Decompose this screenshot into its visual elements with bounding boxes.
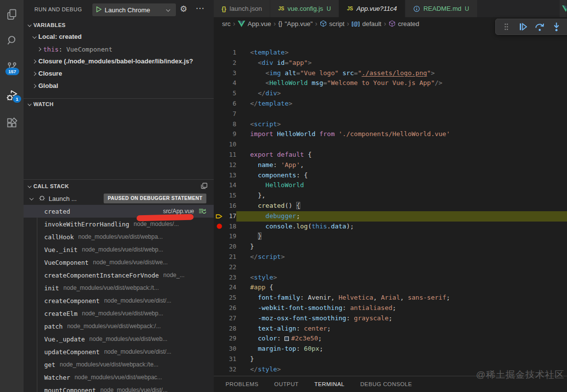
code-line-21[interactable]: 21</script> (214, 252, 567, 262)
breadcrumb-default[interactable]: [@]default (352, 20, 381, 28)
glyph-margin (214, 293, 225, 303)
line-number: 14 (225, 180, 236, 191)
code-line-2[interactable]: 2 <div id="app"> (214, 58, 567, 68)
code-line-15[interactable]: 15 }, (214, 191, 567, 201)
code-line-31[interactable]: 31} (214, 354, 567, 364)
step-over-icon[interactable] (534, 22, 545, 32)
code-line-8[interactable]: 8<script> (214, 119, 567, 130)
frame-name: created (44, 208, 70, 215)
stack-frame-patch[interactable]: patchnode_modules/vue/dist/webpack:/... (24, 320, 214, 333)
code-line-12[interactable]: 12 name: 'App', (214, 160, 567, 170)
frame-file: node_modules/vue/dist/webp... (82, 310, 163, 317)
chevron-down-icon (31, 33, 38, 40)
code-line-13[interactable]: 13 components: { (214, 170, 567, 181)
code-line-28[interactable]: 28 text-align: center; (214, 324, 567, 334)
breadcrumb-script[interactable]: script (320, 20, 344, 28)
code-line-25[interactable]: 25 font-family: Avenir, Helvetica, Arial… (214, 293, 567, 303)
modified-indicator: U (465, 5, 469, 12)
activity-search[interactable] (0, 29, 24, 53)
code-line-29[interactable]: 29 color: #2c3e50; (214, 334, 567, 344)
code-line-7[interactable]: 7 (214, 109, 567, 119)
current-line-arrow-icon[interactable] (214, 211, 225, 222)
code-line-6[interactable]: 6</template> (214, 99, 567, 109)
code-line-1[interactable]: 1<template> (214, 48, 567, 58)
activity-run-and-debug[interactable]: 1 (0, 84, 24, 108)
code-line-20[interactable]: 20} (214, 242, 567, 252)
breadcrumb-src[interactable]: src (222, 20, 230, 28)
activity-extensions[interactable] (0, 112, 24, 136)
code-line-3[interactable]: 3 <img alt="Vue logo" src="./assets/logo… (214, 68, 567, 79)
variables-section-header[interactable]: VARIABLES (24, 20, 214, 30)
line-content: <HelloWorld msg="Welcome to Your Vue.js … (236, 78, 567, 88)
search-icon (6, 34, 18, 49)
code-editor[interactable]: 1<template>2 <div id="app">3 <img alt="V… (214, 30, 567, 376)
panel-tab-terminal[interactable]: TERMINAL (314, 381, 344, 387)
code-line-18[interactable]: 18 console.log(this.data); (214, 222, 567, 232)
code-line-19[interactable]: 19 } (214, 231, 567, 242)
breadcrumb-created[interactable]: created (389, 20, 419, 28)
continue-icon[interactable] (517, 22, 528, 32)
watch-section-header[interactable]: WATCH (24, 99, 214, 110)
stack-frame-Vue._init[interactable]: Vue._initnode_modules/vue/dist/webp... (24, 243, 214, 256)
line-number: 31 (225, 354, 236, 364)
variable-this[interactable]: this: VueComponent (24, 43, 214, 55)
line-number: 27 (225, 313, 236, 324)
variable-scope[interactable]: Closure (24, 67, 214, 80)
variable-scope[interactable]: Local: created (24, 30, 214, 43)
code-line-14[interactable]: 14 HelloWorld (214, 180, 567, 191)
stack-frame-updateComponent[interactable]: updateComponentnode_modules/vue/dist/... (24, 345, 214, 358)
stack-frame-createComponent[interactable]: createComponentnode_modules/vue/dist/... (24, 294, 214, 307)
code-line-23[interactable]: 23<style> (214, 273, 567, 283)
code-line-30[interactable]: 30 margin-top: 60px; (214, 344, 567, 354)
activity-source-control[interactable]: 157 (0, 56, 24, 80)
code-line-4[interactable]: 4 <HelloWorld msg="Welcome to Your Vue.j… (214, 78, 567, 88)
code-line-17[interactable]: 17 debugger; (214, 211, 567, 222)
breadcrumb-App.vue[interactable]: App.vue (238, 20, 271, 28)
panel-tab-output[interactable]: OUTPUT (274, 381, 299, 387)
stack-frame-Vue._update[interactable]: Vue._updatenode_modules/vue/dist/web... (24, 333, 214, 345)
variable-scope[interactable]: Global (24, 80, 214, 92)
step-into-icon[interactable] (551, 22, 562, 32)
stack-frame-init[interactable]: initnode_modules/vue/dist/webpack:/t... (24, 281, 214, 294)
restart-frame-icon[interactable] (198, 208, 207, 215)
stack-frame-get[interactable]: getnode_modules/vue/dist/webpack:/te... (24, 358, 214, 371)
code-line-5[interactable]: 5 </div> (214, 88, 567, 99)
code-line-10[interactable]: 10 (214, 140, 567, 150)
stack-frame-createComponentInstanceForVnode[interactable]: createComponentInstanceForVnodenode_... (24, 269, 214, 281)
more-actions-icon[interactable]: ⋯ (196, 3, 205, 14)
code-line-22[interactable]: 22 (214, 262, 567, 273)
code-line-24[interactable]: 24#app { (214, 282, 567, 293)
debug-session-row[interactable]: Launch ... PAUSED ON DEBUGGER STATEMENT (24, 192, 214, 205)
breakpoint-icon[interactable] (214, 222, 225, 232)
code-line-9[interactable]: 9import HelloWorld from './components/He… (214, 129, 567, 140)
stack-frame-callHook[interactable]: callHooknode_modules/vue/dist/webpa... (24, 230, 214, 243)
tab-partial[interactable] (560, 0, 567, 17)
stack-frame-mountComponent[interactable]: mountComponentnode_modules/vue/dist/... (24, 384, 214, 392)
code-line-27[interactable]: 27 -moz-osx-font-smoothing: grayscale; (214, 313, 567, 324)
panel-tab-debug-console[interactable]: DEBUG CONSOLE (360, 381, 412, 387)
stack-frame-createElm[interactable]: createElmnode_modules/vue/dist/webp... (24, 307, 214, 320)
code-line-26[interactable]: 26 -webkit-font-smoothing: antialiased; (214, 303, 567, 313)
code-line-11[interactable]: 11export default { (214, 150, 567, 160)
breadcrumb-label: script (329, 20, 344, 28)
breadcrumb-App.vue[interactable]: {}"App.vue" (278, 20, 312, 28)
tab-vue.config.js[interactable]: JSvue.config.jsU (270, 0, 339, 17)
tab-launch.json[interactable]: {}launch.json (214, 0, 270, 17)
variable-scope[interactable]: Closure (./node_modules/babel-loader/lib… (24, 55, 214, 67)
paused-badge: PAUSED ON DEBUGGER STATEMENT (104, 194, 206, 203)
gear-icon[interactable]: ⚙ (180, 4, 187, 14)
breadcrumb-label: src (222, 20, 230, 28)
activity-explorer[interactable] (0, 4, 24, 28)
launch-config-select[interactable]: Launch Chrome (92, 3, 176, 16)
tab-label: vue.config.js (287, 5, 323, 12)
stack-frame-Watcher[interactable]: Watchernode_modules/vue/dist/webpac... (24, 371, 214, 384)
debug-session-label: Launch ... (49, 195, 77, 202)
panel-tab-problems[interactable]: PROBLEMS (226, 381, 258, 387)
code-line-16[interactable]: 16 created() { (214, 201, 567, 211)
stack-frame-VueComponent[interactable]: VueComponentnode_modules/vue/dist/we... (24, 256, 214, 269)
drag-handle-icon[interactable] (501, 22, 511, 32)
call-stack-section-header[interactable]: CALL STACK (24, 180, 214, 192)
tab-README.md[interactable]: README.mdU (405, 0, 478, 17)
call-stack-view-icon[interactable] (200, 182, 208, 191)
tab-App.vue?11c4[interactable]: JSApp.vue?11c4 (339, 0, 405, 17)
